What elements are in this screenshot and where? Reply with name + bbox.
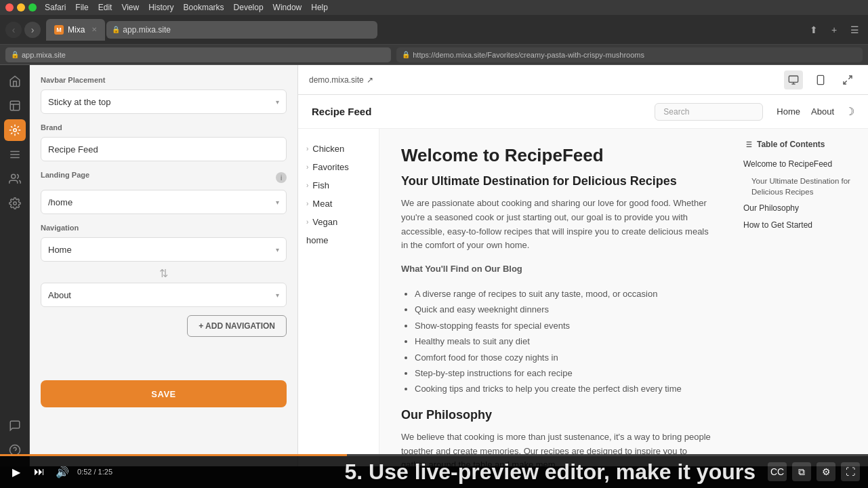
chevron-down-icon-4: ▾ bbox=[276, 291, 279, 299]
info-icon[interactable]: i bbox=[276, 172, 287, 183]
maximize-dot[interactable] bbox=[28, 3, 37, 12]
tab-mixa[interactable]: M Mixa ✕ bbox=[46, 19, 105, 41]
sidebar-button[interactable]: ☰ bbox=[846, 22, 863, 38]
brand-input[interactable] bbox=[41, 137, 287, 161]
mac-window-controls[interactable] bbox=[5, 3, 37, 12]
toc-item-2[interactable]: Your Ultimate Destination for Delicious … bbox=[743, 173, 857, 200]
site-intro-text: We are passionate about cooking and shar… bbox=[401, 197, 711, 253]
category-meat[interactable]: › Meat bbox=[306, 195, 371, 213]
share-button[interactable]: ⬆ bbox=[806, 22, 822, 38]
settings-button[interactable]: ⚙ bbox=[817, 462, 835, 466]
list-item: A diverse range of recipes to suit any t… bbox=[415, 286, 711, 302]
sidebar-icon-design[interactable] bbox=[4, 119, 26, 141]
navbar-placement-dropdown[interactable]: Sticky at the top ▾ bbox=[41, 89, 287, 114]
dark-mode-toggle[interactable]: ☽ bbox=[845, 105, 854, 118]
svg-rect-0 bbox=[10, 101, 20, 110]
svg-line-13 bbox=[848, 76, 852, 79]
volume-button[interactable]: 🔊 bbox=[54, 464, 70, 466]
chevron-right-icon: › bbox=[306, 145, 308, 152]
editor-panel: Navbar Placement Sticky at the top ▾ Bra… bbox=[30, 65, 298, 466]
nav-item-row-2: About ▾ bbox=[41, 283, 287, 307]
site-main: › Chicken › Favorites › Fish › Meat bbox=[298, 129, 868, 466]
second-address-bar[interactable]: app.mixa.site bbox=[22, 51, 66, 59]
toc-item-4[interactable]: How to Get Started bbox=[743, 217, 857, 234]
mobile-view-button[interactable] bbox=[811, 70, 830, 89]
forward-button[interactable]: › bbox=[24, 22, 41, 38]
chevron-right-icon-4: › bbox=[306, 200, 308, 207]
list-item: Quick and easy weeknight dinners bbox=[415, 302, 711, 317]
category-chicken[interactable]: › Chicken bbox=[306, 140, 371, 158]
landing-page-dropdown[interactable]: /home ▾ bbox=[41, 190, 287, 214]
video-right-controls: CC ⧉ ⚙ ⛶ bbox=[768, 462, 860, 466]
second-tab-address[interactable]: https://demo.mixa.site/Favorites/creamy-… bbox=[413, 51, 644, 59]
brand-label: Brand bbox=[41, 123, 287, 131]
site-search[interactable]: Search bbox=[655, 103, 763, 121]
sidebar-icon-home[interactable] bbox=[4, 70, 26, 92]
desktop-view-button[interactable] bbox=[784, 70, 803, 89]
landing-page-row: Landing Page i bbox=[41, 171, 287, 184]
skip-button[interactable]: ⏭ bbox=[31, 464, 47, 466]
sidebar-icon-settings[interactable] bbox=[4, 192, 26, 214]
category-fish[interactable]: › Fish bbox=[306, 176, 371, 195]
list-item: Comfort food for those cozy nights in bbox=[415, 350, 711, 365]
video-controls: ▶ ⏭ 🔊 0:52 / 1:25 5. Use live-preview ed… bbox=[0, 456, 868, 466]
site-nav-links: Home About ☽ bbox=[777, 105, 854, 118]
video-overlay-text: 5. Use live-preview editor, make it your… bbox=[119, 460, 761, 466]
close-dot[interactable] bbox=[5, 3, 14, 12]
svg-point-5 bbox=[11, 174, 15, 178]
preview-area: demo.mixa.site ↗ Recipe Feed Search bbox=[298, 65, 868, 466]
toc-item-3[interactable]: Our Philosophy bbox=[743, 200, 857, 217]
add-navigation-button[interactable]: + ADD NAVIGATION bbox=[187, 315, 287, 337]
site-categories-sidebar: › Chicken › Favorites › Fish › Meat bbox=[298, 129, 379, 466]
toc-icon bbox=[743, 140, 753, 149]
video-progress-bar[interactable] bbox=[0, 454, 868, 456]
mac-menubar: Safari File Edit View History Bookmarks … bbox=[0, 0, 868, 15]
cc-button[interactable]: CC bbox=[768, 462, 787, 466]
browser-nav-buttons: ‹ › bbox=[5, 22, 41, 38]
reorder-icon[interactable]: ⇅ bbox=[41, 267, 287, 280]
site-list: A diverse range of recipes to suit any t… bbox=[401, 286, 711, 397]
add-tab-button[interactable]: + bbox=[826, 22, 842, 38]
site-h1: Welcome to RecipeFeed bbox=[401, 145, 711, 166]
svg-line-14 bbox=[844, 81, 847, 84]
site-navbar: Recipe Feed Search Home About ☽ bbox=[298, 95, 868, 129]
list-item: Step-by-step instructions for each recip… bbox=[415, 365, 711, 381]
nav-item-row-1: Home ▾ bbox=[41, 237, 287, 262]
nav-item-1-dropdown[interactable]: Home ▾ bbox=[41, 237, 287, 262]
video-progress-fill bbox=[0, 454, 347, 456]
back-button[interactable]: ‹ bbox=[5, 22, 22, 38]
video-overlay: ▶ ⏭ 🔊 0:52 / 1:25 5. Use live-preview ed… bbox=[0, 454, 868, 466]
list-item: Show-stopping feasts for special events bbox=[415, 318, 711, 333]
sidebar-icon-chat[interactable] bbox=[4, 415, 26, 436]
minimize-dot[interactable] bbox=[17, 3, 25, 12]
toc-header: Table of Contents bbox=[743, 140, 857, 149]
address-bar[interactable]: 🔒 app.mixa.site bbox=[106, 21, 377, 39]
chevron-down-icon: ▾ bbox=[276, 98, 279, 106]
site-url-link[interactable]: demo.mixa.site ↗ bbox=[309, 75, 373, 85]
expand-button[interactable] bbox=[838, 70, 857, 89]
site-toc: Table of Contents Welcome to RecipeFeed … bbox=[732, 129, 868, 466]
fullscreen-button[interactable]: ⛶ bbox=[841, 462, 860, 466]
sidebar-icon-users[interactable] bbox=[4, 168, 26, 190]
sidebar-icon-pages[interactable] bbox=[4, 95, 26, 117]
chevron-right-icon-3: › bbox=[306, 182, 308, 189]
category-vegan[interactable]: › Vegan bbox=[306, 213, 371, 231]
toc-item-1[interactable]: Welcome to RecipeFeed bbox=[743, 156, 857, 173]
nav-item-2-dropdown[interactable]: About ▾ bbox=[41, 283, 287, 307]
nav-link-home[interactable]: Home bbox=[777, 106, 800, 117]
site-h2-2: Our Philosophy bbox=[401, 408, 711, 422]
svg-rect-8 bbox=[789, 76, 798, 82]
browser-actions: ⬆ + ☰ bbox=[806, 22, 863, 38]
nav-link-about[interactable]: About bbox=[811, 106, 834, 117]
save-button[interactable]: SAVE bbox=[41, 380, 287, 407]
category-favorites[interactable]: › Favorites bbox=[306, 158, 371, 176]
category-home[interactable]: home bbox=[306, 231, 371, 249]
play-button[interactable]: ▶ bbox=[8, 464, 24, 466]
left-sidebar bbox=[0, 65, 30, 466]
sidebar-icon-nav[interactable] bbox=[4, 144, 26, 165]
main-layout: Navbar Placement Sticky at the top ▾ Bra… bbox=[0, 65, 868, 466]
list-item: Cooking tips and tricks to help you crea… bbox=[415, 381, 711, 396]
landing-page-label: Landing Page bbox=[41, 171, 89, 179]
chevron-down-icon-3: ▾ bbox=[276, 246, 279, 253]
pip-button[interactable]: ⧉ bbox=[792, 462, 811, 466]
